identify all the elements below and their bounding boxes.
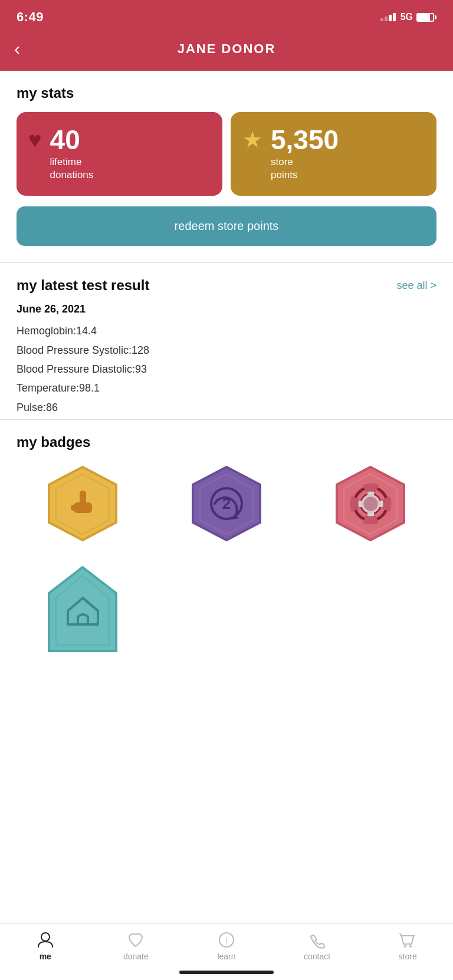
svg-point-24 [404, 945, 406, 948]
svg-rect-4 [71, 505, 77, 511]
home-indicator [179, 971, 274, 974]
donations-number: 40 [50, 126, 94, 153]
svg-text:2: 2 [222, 495, 231, 512]
contact-icon [308, 931, 326, 949]
result-pulse: Pulse:86 [17, 398, 436, 417]
nav-store[interactable]: store [384, 931, 431, 961]
badge-second-donation: 2 [160, 462, 293, 545]
page-title: JANE DONOR [178, 41, 276, 57]
result-hemoglobin: Hemoglobin:14.4 [17, 321, 436, 340]
stats-section-title: my stats [17, 85, 436, 101]
result-bp-diastolic: Blood Pressure Diastolic:93 [17, 360, 436, 379]
svg-point-20 [363, 496, 378, 511]
nav-store-label: store [399, 952, 417, 961]
svg-point-25 [409, 945, 412, 948]
nav-donate[interactable]: donate [112, 931, 159, 961]
network-icon: 5G [401, 12, 413, 22]
points-card: ★ 5,350 storepoints [231, 112, 436, 196]
nav-me[interactable]: me [22, 931, 69, 961]
redeem-button[interactable]: redeem store points [17, 206, 436, 246]
donations-card: ♥ 40 lifetimedonations [17, 112, 222, 196]
test-result-section: my latest test result see all > June 26,… [17, 277, 436, 417]
app-header: ‹ JANE DONOR [0, 32, 453, 71]
test-result-header: my latest test result see all > [17, 277, 436, 294]
result-bp-systolic: Blood Pressure Systolic:128 [17, 341, 436, 360]
status-time: 6:49 [17, 9, 44, 25]
nav-contact[interactable]: contact [294, 931, 341, 961]
points-number: 5,350 [271, 126, 339, 153]
nav-learn[interactable]: i learn [203, 931, 250, 961]
divider-2 [0, 419, 453, 420]
nav-learn-label: learn [217, 952, 235, 961]
points-label: storepoints [271, 156, 339, 182]
main-content: my stats ♥ 40 lifetimedonations ★ 5,350 [0, 71, 453, 754]
badge-first-donation [17, 462, 149, 545]
stats-section: my stats ♥ 40 lifetimedonations ★ 5,350 [17, 85, 436, 260]
test-result-title: my latest test result [17, 277, 149, 294]
badges-grid: 2 [17, 462, 436, 645]
badge-home [17, 563, 149, 645]
svg-text:i: i [225, 936, 228, 945]
donations-label: lifetimedonations [50, 156, 94, 182]
nav-me-label: me [40, 952, 51, 961]
store-icon [399, 931, 416, 949]
learn-icon: i [218, 931, 235, 949]
stats-grid: ♥ 40 lifetimedonations ★ 5,350 storepoin… [17, 112, 436, 196]
divider-1 [0, 262, 453, 263]
badges-title: my badges [17, 434, 436, 450]
signal-icon [380, 13, 396, 21]
result-temperature: Temperature:98.1 [17, 379, 436, 397]
status-bar: 6:49 5G [0, 0, 453, 32]
see-all-link[interactable]: see all > [396, 279, 436, 292]
status-icons: 5G [380, 12, 436, 22]
heart-icon: ♥ [28, 129, 42, 151]
me-icon [37, 931, 54, 949]
svg-point-21 [41, 933, 50, 941]
badges-section: my badges [17, 434, 436, 645]
nav-contact-label: contact [304, 952, 330, 961]
star-icon: ★ [242, 129, 262, 151]
battery-icon [416, 13, 436, 22]
test-date: June 26, 2021 [17, 303, 436, 315]
back-button[interactable]: ‹ [14, 40, 20, 58]
nav-donate-label: donate [123, 952, 149, 961]
donate-icon [127, 931, 145, 949]
badge-lifesaver [304, 462, 436, 545]
test-results-list: Hemoglobin:14.4 Blood Pressure Systolic:… [17, 321, 436, 417]
